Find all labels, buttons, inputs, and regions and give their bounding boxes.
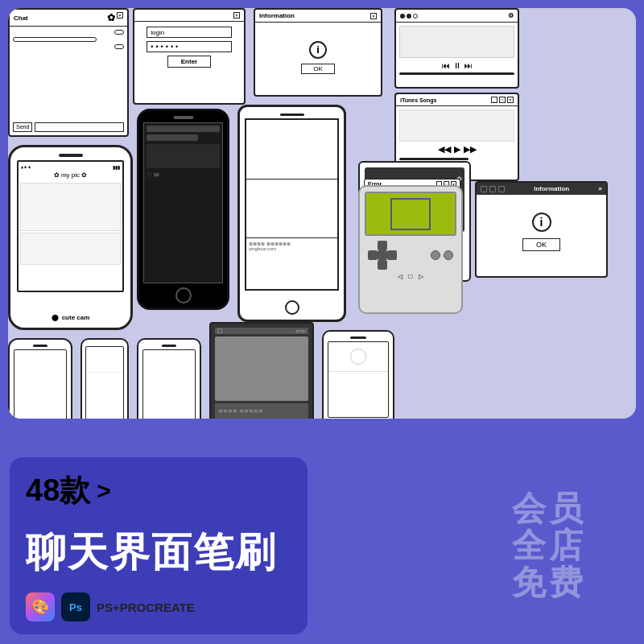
music2-progress (399, 158, 469, 160)
info1-icon-text: i (316, 43, 320, 56)
polaroid-widget: photo ≋≋≋≋ ≋≋≋≋≋ yinghua.com ⏱ ↗ (209, 322, 314, 419)
sp4-notch (350, 336, 366, 339)
music1-body: ⏮ ⏸ ⏭ (396, 23, 518, 78)
bottom-right-panel: 会 员 全 店 免 费 (467, 457, 628, 634)
polaroid-text: photo (295, 328, 306, 333)
member-char-3: 全 (512, 529, 546, 563)
music1-next[interactable]: ⏭ (464, 61, 473, 70)
music1-album-art (399, 26, 514, 58)
music1-progress (399, 72, 514, 75)
chat-close-btn[interactable]: × (117, 12, 123, 19)
sp1-screen (14, 349, 67, 419)
login-enter-button[interactable]: Enter (167, 56, 211, 68)
info1-ok-button[interactable]: OK (301, 64, 335, 74)
member-char-2: 员 (549, 492, 583, 526)
music2-prev[interactable]: ◀◀ (438, 144, 451, 155)
chat-title-buttons: ✿ × (107, 12, 123, 23)
phone1-widget: ♦✦✦ ▮▮▮ ✿ my pic ✿ ⬤ cute cam (8, 145, 133, 330)
phone1-status-bar: ♦✦✦ ▮▮▮ (21, 164, 120, 170)
apps-label: PS+PROCREATE (97, 601, 195, 614)
music2-display (399, 109, 514, 142)
gameboy-screen (365, 192, 456, 236)
chat-send-button[interactable]: Send (13, 122, 32, 132)
info1-widget: Information × i OK (254, 8, 382, 97)
member-text-grid: 会 员 全 店 免 费 (512, 492, 583, 600)
dpad-right[interactable] (387, 250, 397, 260)
info2-widget: Information × i OK (475, 181, 608, 278)
phone2-bar2 (147, 134, 198, 141)
gameboy-nav: ◁ □ ▷ (363, 273, 458, 282)
music1-prev[interactable]: ⏮ (442, 61, 450, 70)
sp3-notch (162, 345, 176, 347)
polaroid-image (215, 336, 308, 401)
phone1-image (20, 183, 121, 231)
login-body: login •••••• Enter (134, 22, 244, 72)
info1-title: Information (259, 12, 295, 19)
a-button[interactable] (444, 250, 453, 260)
ps-label: Ps (69, 601, 82, 613)
dpad-center[interactable] (378, 250, 387, 260)
password-input[interactable]: •••••• (147, 41, 231, 52)
info1-titlebar: Information × (255, 10, 381, 23)
sp2-screen (85, 346, 124, 419)
login-input[interactable]: login (147, 27, 231, 38)
phone1-icon: ⬤ (52, 314, 59, 321)
login-widget: × login •••••• Enter (133, 8, 246, 105)
info2-body: i OK (477, 195, 606, 269)
password-dots: •••••• (151, 43, 180, 51)
login-close-btn[interactable]: × (233, 12, 240, 19)
sp4-top (328, 342, 388, 372)
info1-close-btn[interactable]: × (370, 13, 377, 19)
music2-controls: ◀◀ ▶ ▶▶ (399, 144, 514, 155)
chat-title: Chat (14, 14, 28, 22)
dpad-down[interactable] (378, 260, 387, 270)
info2-dot2 (489, 186, 496, 192)
music2-play[interactable]: ▶ (454, 144, 460, 155)
phone1-time: ♦✦✦ (21, 164, 31, 170)
pol-info: ≋≋≋≋ ≋≋≋≋≋ (218, 408, 263, 415)
phone2-home-btn[interactable] (175, 287, 192, 303)
info2-close[interactable]: × (598, 185, 602, 192)
count-text: 48款 (26, 470, 90, 511)
dpad-left[interactable] (368, 250, 378, 260)
ps-app-icon[interactable]: Ps (61, 592, 90, 621)
info2-icon: i (532, 213, 551, 232)
tablet-info: ≋≋≋≋ ≋≋≋≋≋≋ (249, 241, 335, 246)
tablet-widget: ≋≋≋≋ ≋≋≋≋≋≋ yinghua.com (237, 105, 346, 322)
music2-close[interactable]: × (507, 97, 514, 103)
music2-min[interactable]: _ (491, 97, 497, 103)
music1-controls: ⏮ ⏸ ⏭ (399, 61, 514, 70)
music2-next[interactable]: ▶▶ (464, 144, 477, 155)
phone2-bar1 (147, 126, 220, 132)
dpad (368, 241, 397, 270)
procreate-app-icon[interactable]: 🎨 (26, 592, 55, 621)
info2-ok-button[interactable]: OK (522, 238, 560, 251)
ph2-icon2: ✉ (154, 171, 159, 179)
chat-bubble-1 (114, 30, 124, 35)
music1-play[interactable]: ⏸ (453, 61, 461, 70)
gameboy-display (366, 193, 455, 234)
music1-gear: ⚙ (508, 12, 514, 19)
music1-title-dots (400, 14, 418, 19)
info1-icon: i (309, 41, 327, 59)
chat-body (10, 27, 127, 114)
gameboy-body: ◁ □ ▷ (360, 187, 461, 285)
music2-max[interactable]: □ (499, 97, 506, 103)
sp4-circle (350, 349, 366, 365)
gameboy-widget: ◁ □ ▷ (358, 185, 463, 314)
dpad-up[interactable] (378, 241, 387, 250)
chat-input[interactable] (35, 122, 124, 132)
tablet-notch (280, 114, 304, 116)
chat-bubble-3 (114, 44, 124, 49)
b-button[interactable] (431, 250, 440, 260)
bottom-left-panel: 48款 > 聊天界面笔刷 🎨 Ps PS+PROCREATE (10, 457, 308, 634)
dot1 (400, 14, 405, 19)
tablet-home-btn[interactable] (285, 300, 299, 315)
polaroid-titlebar: photo (215, 328, 308, 334)
ui-section: Chat ✿ × Send × login •••••• (8, 8, 636, 419)
member-char-5: 免 (512, 566, 546, 600)
sp2-top (86, 347, 123, 373)
music2-title: iTunes Songs (400, 97, 436, 103)
phone2-img (147, 144, 220, 168)
member-char-1: 会 (512, 492, 546, 526)
